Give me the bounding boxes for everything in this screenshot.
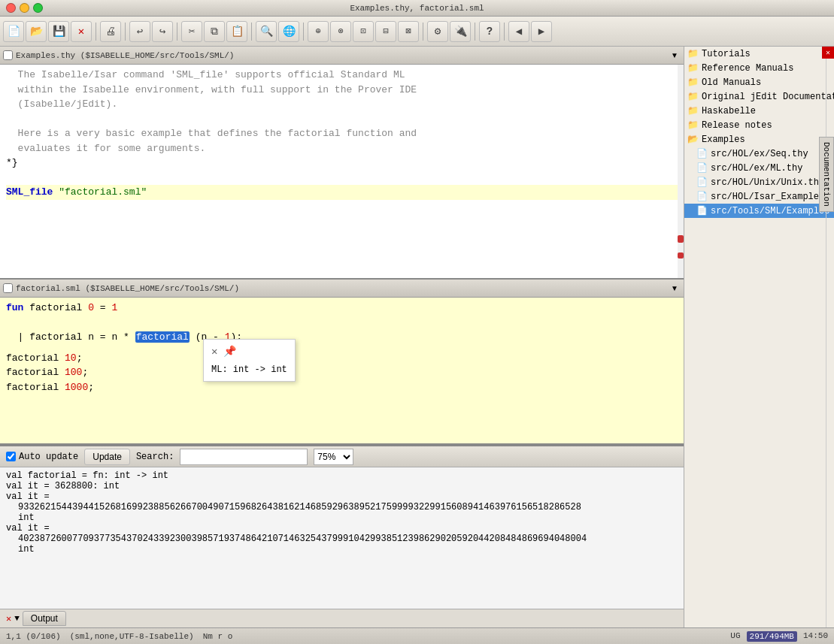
sidebar-item-tutorials[interactable]: 📁 Tutorials bbox=[684, 47, 834, 61]
main-toolbar: 📄 📂 💾 ✕ 🖨 ↩ ↪ ✂ ⧉ 📋 🔍 🌐 ⊕ ⊗ ⊡ ⊟ ⊠ ⚙ 🔌 ? … bbox=[0, 17, 834, 47]
sidebar: 📁 Tutorials 📁 Reference Manuals 📁 Old Ma… bbox=[684, 47, 834, 627]
editor2-text: fun factorial 0 = 1 | factorial n = n * … bbox=[6, 301, 678, 345]
cursor-position: 1,1 (0/106) bbox=[6, 632, 61, 641]
time-info: 14:50 bbox=[803, 631, 828, 642]
plugin-button[interactable]: 🔌 bbox=[450, 21, 471, 42]
tool-a2[interactable]: ⊟ bbox=[375, 21, 396, 42]
status-bar: 1,1 (0/106) (sml,none,UTF-8-Isabelle) Nm… bbox=[0, 627, 834, 644]
editor2-text2: factorial 10; factorial 100; factorial 1… bbox=[6, 351, 678, 395]
tooltip-close-icon[interactable]: ✕ bbox=[211, 344, 217, 360]
back-button[interactable]: ◀ bbox=[508, 21, 529, 42]
sidebar-item-sml-examples[interactable]: 📄 src/Tools/SML/Examples bbox=[684, 204, 834, 218]
tool-a1[interactable]: ⊡ bbox=[353, 21, 374, 42]
zoom-select[interactable]: 75% 50% 100% 125% 150% bbox=[314, 449, 353, 465]
sidebar-item-reference-label: Reference Manuals bbox=[702, 63, 793, 74]
sidebar-item-seq-thy[interactable]: 📄 src/HOL/ex/Seq.thy bbox=[684, 147, 834, 161]
separator-6 bbox=[423, 23, 423, 41]
sidebar-item-seq-label: src/HOL/ex/Seq.thy bbox=[711, 149, 808, 159]
copy-button[interactable]: ⧉ bbox=[204, 21, 225, 42]
close-file-button[interactable]: ✕ bbox=[71, 21, 92, 42]
editor1-tab-label: Examples.thy ($ISABELLE_HOME/src/Tools/S… bbox=[16, 51, 669, 60]
sidebar-item-original-jedit[interactable]: 📁 Original jEdit Documentation bbox=[684, 89, 834, 104]
minimize-button[interactable] bbox=[20, 3, 29, 13]
sidebar-item-examples[interactable]: 📂 Examples bbox=[684, 132, 834, 147]
cut-button[interactable]: ✂ bbox=[181, 21, 202, 42]
redo-button[interactable]: ↪ bbox=[152, 21, 173, 42]
editor1-checkbox[interactable] bbox=[3, 50, 13, 60]
sidebar-item-reference-manuals[interactable]: 📁 Reference Manuals bbox=[684, 61, 834, 75]
output-line-2: val it = 3628800: int bbox=[6, 481, 678, 491]
settings-button[interactable]: ⚙ bbox=[427, 21, 448, 42]
output-line-3: val it = bbox=[6, 491, 678, 502]
sidebar-item-sml-label: src/Tools/SML/Examples bbox=[711, 206, 829, 216]
new-button[interactable]: 📄 bbox=[3, 21, 24, 42]
sidebar-item-haskabelle-label: Haskabelle bbox=[702, 106, 756, 116]
interrupt-button[interactable]: ⊗ bbox=[330, 21, 351, 42]
sidebar-item-jedit-label: Original jEdit Documentation bbox=[702, 92, 834, 102]
status-info: (sml,none,UTF-8-Isabelle) bbox=[70, 632, 194, 641]
sidebar-item-unix-thy[interactable]: 📄 src/HOL/Unix/Unix.thy bbox=[684, 175, 834, 189]
sidebar-item-haskabelle[interactable]: 📁 Haskabelle bbox=[684, 104, 834, 118]
output-line-1: val factorial = fn: int -> int bbox=[6, 470, 678, 481]
output-area: Auto update Update Search: 75% 50% 100% … bbox=[0, 445, 684, 627]
folder-icon: 📁 bbox=[687, 77, 699, 88]
search-input[interactable] bbox=[180, 449, 308, 465]
sidebar-item-unix-label: src/HOL/Unix/Unix.thy bbox=[711, 177, 824, 188]
output-line-4: 9332621544394415268169923885626670049071… bbox=[6, 502, 678, 512]
documentation-tab[interactable]: Documentation bbox=[819, 137, 834, 212]
forward-button[interactable]: ▶ bbox=[531, 21, 552, 42]
auto-update-label[interactable]: Auto update bbox=[6, 452, 78, 462]
output-line-6: val it = bbox=[6, 523, 678, 534]
sidebar-item-release-label: Release notes bbox=[702, 120, 772, 131]
sidebar-error-icon: ✕ bbox=[826, 48, 830, 57]
paste-button[interactable]: 📋 bbox=[226, 21, 247, 42]
sidebar-item-ml-thy[interactable]: 📄 src/HOL/ex/ML.thy bbox=[684, 161, 834, 175]
output-tab-button[interactable]: Output bbox=[23, 611, 66, 626]
window-title: Examples.thy, factorial.sml bbox=[350, 4, 484, 13]
output-dropdown[interactable]: ▼ bbox=[14, 614, 20, 623]
tool-a3[interactable]: ⊠ bbox=[398, 21, 419, 42]
editor2-checkbox[interactable] bbox=[3, 283, 13, 293]
search-button[interactable]: 🔍 bbox=[256, 21, 277, 42]
save-button[interactable]: 💾 bbox=[48, 21, 69, 42]
sidebar-item-tutorials-label: Tutorials bbox=[702, 49, 751, 59]
editor2-dropdown[interactable]: ▼ bbox=[669, 283, 681, 295]
tooltip-pin-icon[interactable]: 📌 bbox=[223, 344, 236, 360]
status-right: UG 291/494MB 14:50 bbox=[730, 631, 828, 642]
maximize-button[interactable] bbox=[33, 3, 43, 13]
window-controls[interactable] bbox=[6, 3, 43, 13]
sidebar-item-isar-examples[interactable]: 📄 src/HOL/Isar_Examples/ bbox=[684, 189, 834, 204]
sidebar-scroll-track bbox=[826, 47, 826, 627]
close-button[interactable] bbox=[6, 3, 16, 13]
editor1-code[interactable]: The Isabelle/Isar command 'SML_file' sup… bbox=[0, 65, 684, 278]
open-button[interactable]: 📂 bbox=[26, 21, 47, 42]
print-button[interactable]: 🖨 bbox=[100, 21, 121, 42]
output-error-icon[interactable]: ✕ bbox=[6, 613, 11, 624]
auto-update-checkbox[interactable] bbox=[6, 452, 16, 461]
output-toolbar: Auto update Update Search: 75% 50% 100% … bbox=[0, 446, 684, 467]
update-button[interactable]: Update bbox=[84, 449, 130, 465]
editor1-dropdown[interactable]: ▼ bbox=[669, 50, 681, 62]
browser-button[interactable]: 🌐 bbox=[278, 21, 299, 42]
folder-open-icon: 📂 bbox=[687, 134, 699, 145]
editor2-code[interactable]: fun factorial 0 = 1 | factorial n = n * … bbox=[0, 298, 684, 443]
help-button[interactable]: ? bbox=[479, 21, 500, 42]
folder-icon: 📁 bbox=[687, 48, 699, 59]
sidebar-item-old-manuals[interactable]: 📁 Old Manuals bbox=[684, 75, 834, 89]
undo-button[interactable]: ↩ bbox=[129, 21, 150, 42]
file-icon: 📄 bbox=[696, 162, 708, 174]
separator-7 bbox=[475, 23, 475, 41]
search-label: Search: bbox=[136, 452, 174, 462]
output-content[interactable]: val factorial = fn: int -> int val it = … bbox=[0, 467, 684, 609]
output-tab-bar: ✕ ▼ Output bbox=[0, 609, 684, 627]
sidebar-item-old-manuals-label: Old Manuals bbox=[702, 77, 761, 88]
editor1-scrollbar[interactable] bbox=[678, 65, 684, 278]
sidebar-item-isar-label: src/HOL/Isar_Examples/ bbox=[711, 192, 829, 202]
editor1-tab-bar: Examples.thy ($ISABELLE_HOME/src/Tools/S… bbox=[0, 47, 684, 65]
title-bar: Examples.thy, factorial.sml bbox=[0, 0, 834, 17]
separator-4 bbox=[251, 23, 252, 41]
sidebar-item-release-notes[interactable]: 📁 Release notes bbox=[684, 118, 834, 132]
sidebar-item-ml-label: src/HOL/ex/ML.thy bbox=[711, 163, 802, 174]
sidebar-error-button[interactable]: ✕ bbox=[822, 47, 834, 59]
zoom-in-button[interactable]: ⊕ bbox=[308, 21, 329, 42]
